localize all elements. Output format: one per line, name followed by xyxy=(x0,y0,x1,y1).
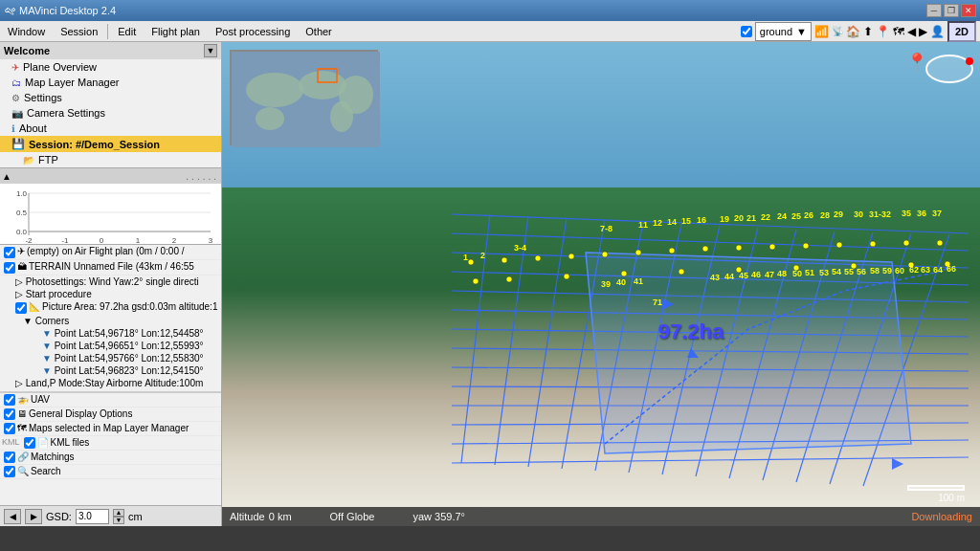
tree-item-settings[interactable]: ⚙ Settings xyxy=(0,90,221,105)
fp-icon-0: ✈ xyxy=(17,246,25,256)
maps-icon: 🗺 xyxy=(17,423,27,433)
fp-land[interactable]: ▷ Land,P Mode:Stay Airborne Altitude:100… xyxy=(0,377,221,389)
display-check[interactable] xyxy=(4,408,15,420)
layer-icon[interactable]: 🗺 xyxy=(893,25,904,38)
menu-edit[interactable]: Edit xyxy=(110,21,144,41)
terrain xyxy=(222,187,980,526)
nav-right-button[interactable]: ▶ xyxy=(25,509,42,524)
ground-dropdown-icon[interactable]: ▼ xyxy=(796,26,807,37)
fp-sub-4[interactable]: 📐 Picture Area: 97.2ha gsd:0.03m altitud… xyxy=(0,300,221,315)
nav-left-button[interactable]: ◀ xyxy=(4,509,21,524)
svg-text:2: 2 xyxy=(172,236,177,245)
section-uav[interactable]: 🚁 UAV xyxy=(0,393,221,408)
scale-bar: 100 m xyxy=(907,485,965,503)
restore-button[interactable]: ❐ xyxy=(944,4,959,17)
fp-item-1[interactable]: 🏔 TERRAIN Unnamed File (43km / 46:55 xyxy=(0,260,221,276)
wifi-icon: 📶 xyxy=(814,25,829,38)
altitude-value: 0 km xyxy=(269,511,292,522)
tree-item-session[interactable]: 💾 Session: #/Demo_Session xyxy=(0,136,221,152)
fp-point-1[interactable]: ▼ Point Lat:54,96718° Lon:12,54458° xyxy=(0,327,221,340)
plane-icon: ✈ xyxy=(11,62,19,73)
view-2d-button[interactable]: 2D xyxy=(947,21,976,42)
section-matchings-label: Matchings xyxy=(31,452,75,462)
matchings-check[interactable] xyxy=(4,452,15,463)
flightplan-area: ✈ (empty) on Air Flight plan (0m / 0:00 … xyxy=(0,245,221,505)
section-search[interactable]: 🔍 Search xyxy=(0,465,221,479)
section-matchings[interactable]: 🔗 Matchings xyxy=(0,451,221,465)
picture-area-icon: 📐 xyxy=(29,301,40,312)
section-display[interactable]: 🖥 General Display Options xyxy=(0,408,221,422)
section-uav-label: UAV xyxy=(31,394,50,405)
left-icon[interactable]: ◀ xyxy=(907,25,916,38)
fp-sub-3[interactable]: ▷ Start procedure xyxy=(0,288,221,300)
tree-scroll-down[interactable]: ▼ xyxy=(204,44,217,57)
gsd-down-button[interactable]: ▼ xyxy=(113,517,124,524)
fp-item-0[interactable]: ✈ (empty) on Air Flight plan (0m / 0:00 … xyxy=(0,245,221,260)
ground-select[interactable]: ground ▼ xyxy=(755,22,812,41)
compass-indicator xyxy=(924,50,976,90)
menu-flightplan[interactable]: Flight plan xyxy=(144,21,208,41)
graph-area: ▲ ...... 1.0 0.5 0.0 -2 -1 0 1 xyxy=(0,168,221,245)
tree-item-camera[interactable]: 📷 Camera Settings xyxy=(0,105,221,121)
svg-text:0.5: 0.5 xyxy=(16,209,28,217)
maps-check[interactable] xyxy=(4,423,15,434)
fp-label-4: Picture Area: 97.2ha gsd:0.03m altitude:… xyxy=(42,301,217,312)
menubar: Window Session Edit Flight plan Post pro… xyxy=(0,21,980,42)
right-icon[interactable]: ▶ xyxy=(919,25,927,38)
menu-other[interactable]: Other xyxy=(298,21,340,41)
land-icon: ▷ xyxy=(15,378,23,388)
home-icon[interactable]: 🏠 xyxy=(846,25,860,38)
fp-point-3[interactable]: ▼ Point Lat:54,95766° Lon:12,55830° xyxy=(0,352,221,364)
viewport[interactable]: 97.2ha 1 2 3-4 7-8 11 12 14 15 16 19 20 … xyxy=(222,42,980,526)
minimap-svg xyxy=(232,52,380,147)
section-maps[interactable]: 🗺 Maps selected in Map Layer Manager xyxy=(0,422,221,436)
minimize-button[interactable]: ─ xyxy=(926,4,942,17)
section-kml[interactable]: KML 📄 KML files xyxy=(0,436,221,451)
offglobe-status: Off Globe xyxy=(330,511,375,522)
triangle-icon-2: ▷ xyxy=(15,276,23,287)
point-icon-4: ▼ xyxy=(42,365,52,376)
search-check[interactable] xyxy=(4,466,15,477)
terrain-icon: 🏔 xyxy=(17,261,27,272)
fp-check-0[interactable] xyxy=(4,247,15,258)
fp-check-4[interactable] xyxy=(15,302,27,314)
tree-item-maplayer[interactable]: 🗂 Map Layer Manager xyxy=(0,75,221,90)
app-title: MAVinci Desktop 2.4 xyxy=(19,5,116,16)
fp-corners[interactable]: ▼ Corners xyxy=(0,315,221,327)
ground-checkbox[interactable] xyxy=(741,26,752,37)
kml-text: KML xyxy=(2,437,22,447)
gsd-up-button[interactable]: ▲ xyxy=(113,509,124,517)
menu-session[interactable]: Session xyxy=(53,21,105,41)
menu-postprocessing[interactable]: Post processing xyxy=(208,21,298,41)
bottom-bar: ◀ ▶ GSD: ▲ ▼ cm xyxy=(0,505,221,526)
display-icon: 🖥 xyxy=(17,408,27,419)
tree-item-ftp[interactable]: 📂 FTP xyxy=(0,152,221,167)
fp-point-4[interactable]: ▼ Point Lat:54,96823° Lon:12,54150° xyxy=(0,364,221,377)
tree-area: Welcome ▼ ✈ Plane Overview 🗂 Map Layer M… xyxy=(0,42,221,168)
up-arrow-icon[interactable]: ⬆ xyxy=(863,25,873,38)
fp-point-2[interactable]: ▼ Point Lat:54,96651° Lon:12,55993° xyxy=(0,340,221,352)
titlebar: 🛩 MAVinci Desktop 2.4 ─ ❐ ✕ xyxy=(0,0,980,21)
point-icon-1: ▼ xyxy=(42,328,52,339)
location-icon[interactable]: 📍 xyxy=(876,25,890,38)
close-button[interactable]: ✕ xyxy=(961,4,976,17)
tree-item-plane-label: Plane Overview xyxy=(23,61,97,73)
fp-check-1[interactable] xyxy=(4,262,15,274)
person-icon[interactable]: 👤 xyxy=(930,25,945,38)
ground-label: ground xyxy=(760,26,792,37)
graph-expand-icon[interactable]: ▲ xyxy=(2,171,11,182)
tree-item-plane[interactable]: ✈ Plane Overview xyxy=(0,59,221,75)
gsd-input[interactable] xyxy=(76,509,109,524)
menu-window[interactable]: Window xyxy=(0,21,53,41)
sidebar: Welcome ▼ ✈ Plane Overview 🗂 Map Layer M… xyxy=(0,42,222,526)
tree-item-about[interactable]: ℹ About xyxy=(0,121,221,136)
svg-text:-2: -2 xyxy=(25,236,33,245)
fp-sub-2[interactable]: ▷ Photosettings: Wind Yaw:2° single dire… xyxy=(0,276,221,288)
session-icon: 💾 xyxy=(11,138,25,150)
kml-check[interactable] xyxy=(24,437,35,449)
point-icon-2: ▼ xyxy=(42,341,52,351)
tree-item-settings-label: Settings xyxy=(24,92,62,103)
fp-label-3: Start procedure xyxy=(26,289,92,299)
uav-check[interactable] xyxy=(4,394,15,406)
minimap xyxy=(230,50,378,145)
